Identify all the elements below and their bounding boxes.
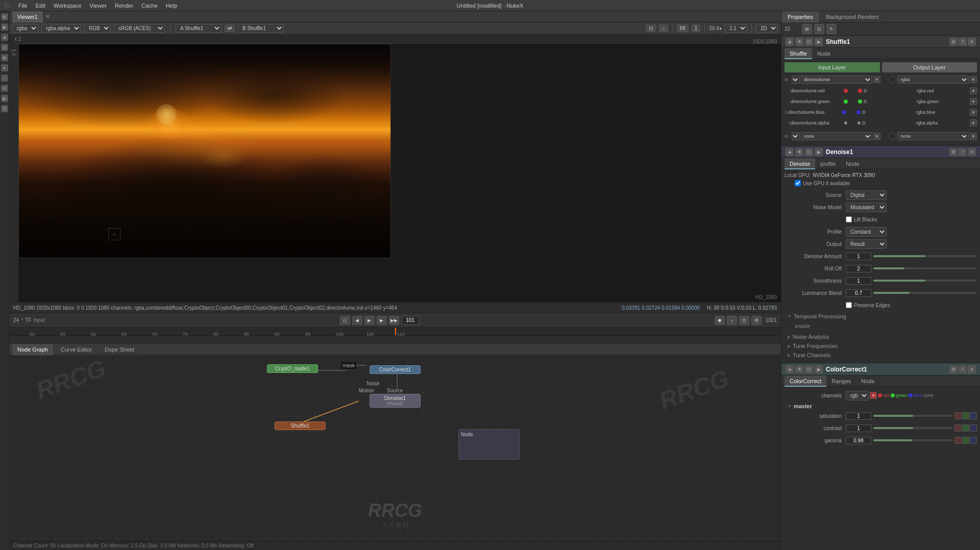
- sidebar-tool-1[interactable]: ⊞: [1, 13, 8, 20]
- shuffle-render-btn[interactable]: ⊡: [805, 38, 813, 46]
- use-gpu-checkbox[interactable]: [795, 180, 801, 186]
- shuffle-settings-btn[interactable]: ⚙: [949, 38, 958, 46]
- viewer-tab-1[interactable]: Viewer1: [12, 11, 43, 22]
- node-cryptomatte1[interactable]: CryptO_matte1: [267, 364, 318, 373]
- frame-input[interactable]: [401, 316, 420, 325]
- menu-cache[interactable]: Cache: [141, 3, 158, 9]
- cc-close-btn[interactable]: ✕: [968, 365, 976, 373]
- input-a-dropdown[interactable]: A Shuffle1: [176, 24, 222, 33]
- cont-b-btn[interactable]: [970, 424, 977, 432]
- timeline-audio-btn[interactable]: ♪: [727, 316, 737, 325]
- denoise-tab-profile[interactable]: profile: [815, 158, 841, 169]
- tune-frequencies-toggle[interactable]: Tune Frequencies: [785, 341, 977, 351]
- noise-model-dropdown[interactable]: Modulated: [846, 203, 887, 212]
- none-output-dropdown[interactable]: none: [897, 132, 969, 140]
- shuffle-tab-node[interactable]: Node: [812, 48, 836, 59]
- shuffle-tab-shuffle[interactable]: Shuffle: [785, 48, 812, 59]
- denoise-eye-btn[interactable]: 👁: [795, 148, 803, 156]
- noise-analysis-toggle[interactable]: Noise Analysis: [785, 332, 977, 341]
- shuffle-expand-btn[interactable]: ▶: [815, 38, 823, 46]
- menu-workspace[interactable]: Workspace: [54, 3, 82, 9]
- node-shuffle1[interactable]: Shuffle1: [275, 421, 326, 430]
- sat-b-btn[interactable]: [970, 412, 977, 419]
- none-input-dropdown[interactable]: none: [801, 132, 872, 140]
- profile-dropdown[interactable]: Constant: [846, 227, 887, 237]
- sidebar-tool-6[interactable]: ✦: [1, 64, 8, 71]
- sidebar-tool-2[interactable]: ▶: [1, 23, 8, 31]
- rp-tab-background[interactable]: Background Renders: [820, 11, 885, 22]
- menu-edit[interactable]: Edit: [36, 3, 45, 9]
- denoise-expand-btn[interactable]: ▶: [815, 148, 823, 156]
- viewer-zoom-fit[interactable]: ⊡: [646, 24, 656, 32]
- shuffle-close-btn[interactable]: ✕: [968, 38, 976, 46]
- node-bottom-partial[interactable]: Node: [458, 429, 520, 460]
- ng-tab-curveeditor[interactable]: Curve Editor: [56, 344, 97, 355]
- out2-expand-btn[interactable]: ▼: [970, 133, 977, 140]
- cc-help-btn[interactable]: ?: [959, 365, 967, 373]
- cc-pin-btn[interactable]: ◈: [786, 365, 794, 373]
- source-dropdown[interactable]: Digital: [846, 190, 887, 200]
- ch-x-btn[interactable]: ✕: [870, 392, 877, 399]
- expand-icon-blue[interactable]: ⊞: [785, 110, 789, 115]
- tune-channels-toggle[interactable]: Tune Channels: [785, 351, 977, 360]
- roll-off-input[interactable]: [846, 265, 871, 272]
- gamma-b-btn[interactable]: [970, 437, 977, 444]
- in-select-2[interactable]: B: [792, 132, 800, 140]
- rp-tab-properties[interactable]: Properties: [781, 11, 820, 22]
- out-ch-expand-green[interactable]: ▼: [970, 98, 977, 105]
- directvolume-dropdown[interactable]: directvolume: [801, 76, 872, 84]
- rp-tool-2[interactable]: ⊡: [814, 24, 824, 34]
- aces-dropdown[interactable]: sRGB (ACES): [114, 24, 165, 33]
- out-radio-2[interactable]: [889, 133, 896, 140]
- output-layer-btn[interactable]: Output Layer: [882, 62, 977, 72]
- gamma-r-btn[interactable]: [954, 437, 962, 444]
- saturation-input[interactable]: [846, 412, 871, 420]
- cc-render-btn[interactable]: ⊡: [805, 365, 813, 373]
- node-colorcorrect1[interactable]: ColorCorrect1: [370, 365, 421, 374]
- luminance-blend-input[interactable]: [846, 289, 871, 297]
- alpha-mode-dropdown[interactable]: rgba.alpha: [41, 24, 81, 33]
- out-radio-1[interactable]: [889, 76, 896, 83]
- timeline-cache-btn[interactable]: ⊡: [739, 316, 749, 325]
- cc-eye-btn[interactable]: 👁: [795, 365, 803, 373]
- denoise-render-btn[interactable]: ⊡: [805, 148, 813, 156]
- menu-render[interactable]: Render: [115, 3, 133, 9]
- viewer-canvas[interactable]: x 1 y 1 1920,1080 H: [9, 35, 781, 302]
- cc-settings-btn[interactable]: ⚙: [949, 365, 958, 373]
- rp-tool-1[interactable]: ⊞: [802, 24, 812, 34]
- lift-blacks-checkbox[interactable]: [846, 216, 852, 222]
- contrast-input[interactable]: [846, 424, 871, 432]
- gamma-input[interactable]: [846, 437, 871, 444]
- node-denoise1[interactable]: Denoise1 (Result): [370, 394, 421, 408]
- a-b-swap-btn[interactable]: ⇄: [225, 24, 235, 32]
- input-b-dropdown[interactable]: B Shuffle1: [238, 24, 284, 33]
- cc-expand-btn[interactable]: ▶: [815, 365, 823, 373]
- crosshair[interactable]: [108, 228, 120, 240]
- smoothness-input[interactable]: [846, 277, 871, 285]
- menu-viewer[interactable]: Viewer: [90, 3, 107, 9]
- temporal-processing-toggle[interactable]: Temporal Processing: [785, 312, 977, 321]
- sidebar-tool-10[interactable]: ☰: [1, 105, 8, 112]
- viewer-tab-close[interactable]: ✕: [45, 13, 50, 20]
- timeline-play-btn[interactable]: ▶: [364, 316, 375, 325]
- shuffle-eye-btn[interactable]: 👁: [795, 38, 803, 46]
- rp-tool-3[interactable]: ✎: [826, 24, 837, 34]
- denoise-tab-node[interactable]: Node: [841, 158, 864, 169]
- timeline-back-btn[interactable]: ⟨⟨: [340, 316, 350, 325]
- denoise-pin-btn[interactable]: ◈: [786, 148, 794, 156]
- shuffle-pin-btn[interactable]: ◈: [786, 38, 794, 46]
- cc-tab-colorcorrect[interactable]: ColorCorrect: [785, 376, 826, 387]
- playhead[interactable]: [395, 328, 396, 335]
- sat-g-btn[interactable]: [962, 412, 969, 419]
- ng-tab-nodegraph[interactable]: Node Graph: [12, 344, 54, 355]
- timeline-record-btn[interactable]: ⏺: [715, 316, 725, 325]
- input-layer-btn[interactable]: Input Layer: [785, 62, 880, 72]
- sidebar-tool-5[interactable]: ⊠: [1, 54, 8, 61]
- sat-r-btn[interactable]: [954, 412, 962, 419]
- viewer-zoom-home[interactable]: ⌂: [659, 24, 668, 32]
- preserve-edges-checkbox[interactable]: [846, 302, 852, 308]
- denoise-amount-input[interactable]: [846, 253, 871, 260]
- sidebar-tool-4[interactable]: ⊡: [1, 44, 8, 51]
- out-expand-btn[interactable]: ▼: [970, 76, 977, 83]
- cont-r-btn[interactable]: [954, 424, 962, 432]
